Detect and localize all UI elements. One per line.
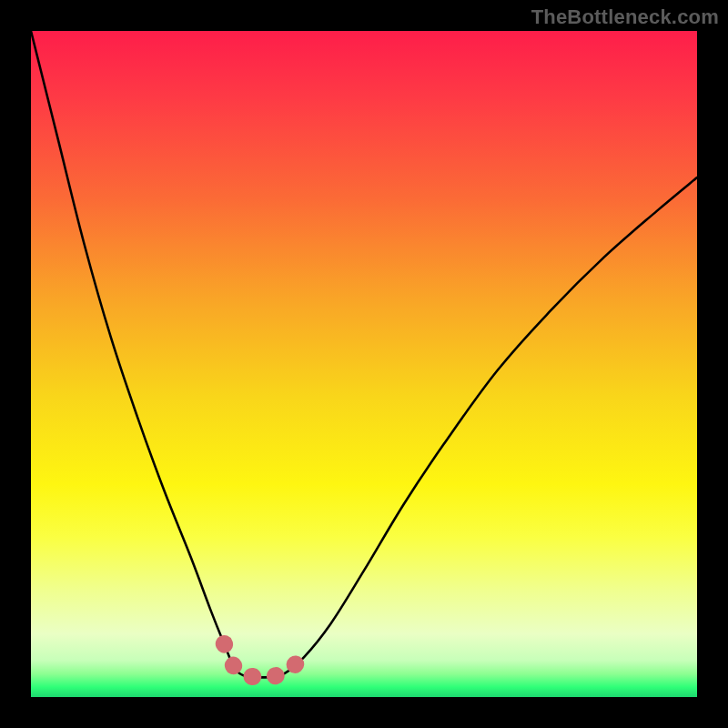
bottleneck-curve [31, 31, 697, 677]
chart-svg [31, 31, 697, 697]
plot-area [31, 31, 697, 697]
chart-frame: TheBottleneck.com [0, 0, 728, 728]
fit-zone-markers [224, 643, 304, 677]
watermark-text: TheBottleneck.com [531, 5, 719, 29]
